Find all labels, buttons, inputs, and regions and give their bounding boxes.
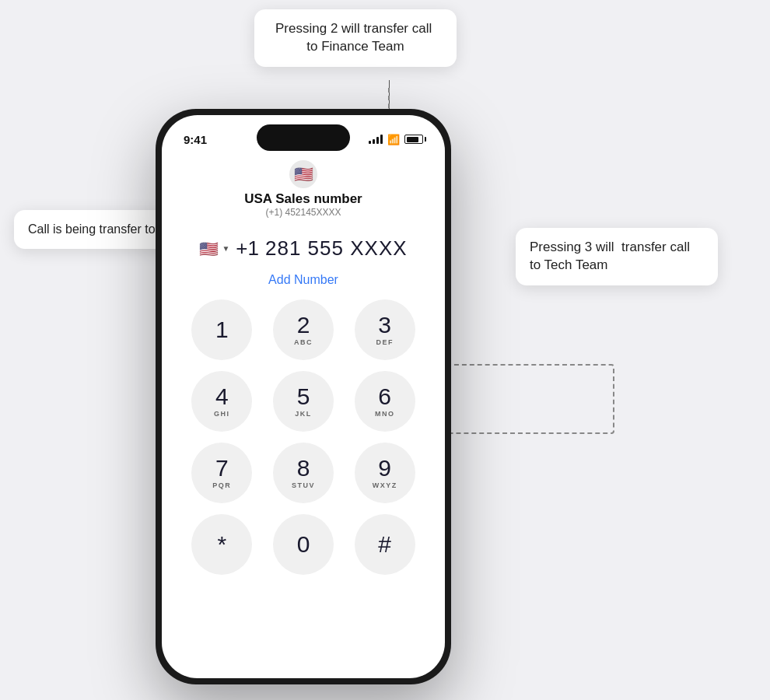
key-hash-button[interactable]: # bbox=[355, 514, 415, 575]
phone-frame: 9:41 📶 🇺🇸 USA Sales nu bbox=[156, 109, 451, 684]
key-0-button[interactable]: 0 bbox=[273, 514, 334, 575]
tooltip-finance-text: Pressing 2 will transfer call to Finance… bbox=[275, 21, 436, 54]
number-display: 🇺🇸 ▼ +1 281 555 XXXX bbox=[199, 229, 407, 268]
tooltip-tech: Pressing 3 will transfer call to Tech Te… bbox=[516, 228, 718, 285]
key-star-button[interactable]: * bbox=[191, 514, 252, 575]
key-main-digit: * bbox=[217, 533, 226, 556]
key-8-button[interactable]: 8STUV bbox=[273, 443, 334, 503]
battery-icon bbox=[404, 135, 423, 144]
key-main-digit: 8 bbox=[297, 457, 310, 480]
country-caret-icon: ▼ bbox=[222, 244, 229, 253]
dynamic-island bbox=[257, 124, 350, 151]
call-header: 🇺🇸 USA Sales number (+1) 452145XXXX bbox=[162, 152, 445, 229]
wifi-icon: 📶 bbox=[387, 134, 400, 145]
key-sub-letters: WXYZ bbox=[373, 481, 397, 489]
key-sub-letters: PQR bbox=[212, 481, 231, 489]
country-selector[interactable]: 🇺🇸 ▼ bbox=[199, 240, 229, 258]
key-main-digit: # bbox=[378, 533, 391, 556]
caller-flag-icon: 🇺🇸 bbox=[289, 160, 317, 188]
key-main-digit: 7 bbox=[215, 457, 229, 480]
key-main-digit: 9 bbox=[378, 457, 391, 480]
key-main-digit: 3 bbox=[378, 313, 391, 337]
status-icons: 📶 bbox=[369, 134, 423, 145]
country-code: +1 bbox=[236, 236, 259, 261]
key-6-button[interactable]: 6MNO bbox=[355, 371, 415, 432]
key-main-digit: 1 bbox=[215, 318, 229, 341]
caller-name: USA Sales number bbox=[244, 191, 362, 207]
key-4-button[interactable]: 4GHI bbox=[191, 371, 252, 432]
key-9-button[interactable]: 9WXYZ bbox=[355, 443, 415, 503]
scene: Pressing 2 will transfer call to Finance… bbox=[0, 0, 770, 700]
tooltip-finance: Pressing 2 will transfer call to Finance… bbox=[254, 9, 457, 67]
key-sub-letters: GHI bbox=[214, 410, 230, 418]
key-sub-letters: MNO bbox=[375, 410, 395, 418]
key-sub-letters: JKL bbox=[295, 410, 312, 418]
key-main-digit: 5 bbox=[297, 385, 310, 408]
key-main-digit: 0 bbox=[297, 533, 310, 556]
status-time: 9:41 bbox=[184, 133, 207, 146]
tooltip-tech-text: Pressing 3 will transfer call to Tech Te… bbox=[530, 240, 694, 272]
key-sub-letters: STUV bbox=[292, 481, 315, 489]
key-3-button[interactable]: 3DEF bbox=[355, 299, 415, 360]
signal-icon bbox=[369, 135, 383, 144]
key-5-button[interactable]: 5JKL bbox=[273, 371, 334, 432]
caller-number: (+1) 452145XXXX bbox=[265, 207, 341, 218]
key-main-digit: 6 bbox=[378, 385, 391, 408]
flag-emoji: 🇺🇸 bbox=[199, 240, 219, 258]
key-sub-letters: ABC bbox=[294, 338, 313, 346]
key-2-button[interactable]: 2ABC bbox=[273, 299, 334, 360]
key-main-digit: 2 bbox=[297, 313, 310, 337]
key-sub-letters: DEF bbox=[376, 338, 394, 346]
keypad: 12ABC3DEF4GHI5JKL6MNO7PQR8STUV9WXYZ*0# bbox=[187, 299, 420, 575]
key-1-button[interactable]: 1 bbox=[191, 299, 252, 360]
key-7-button[interactable]: 7PQR bbox=[191, 443, 252, 503]
phone-screen: 9:41 📶 🇺🇸 USA Sales nu bbox=[162, 115, 445, 678]
key-main-digit: 4 bbox=[215, 385, 229, 408]
add-number-button[interactable]: Add Number bbox=[268, 273, 338, 287]
dialer-section: 🇺🇸 ▼ +1 281 555 XXXX Add Number 12ABC3DE… bbox=[162, 229, 445, 678]
phone-number-text: 281 555 XXXX bbox=[265, 236, 408, 261]
dashed-box-key3 bbox=[443, 364, 614, 434]
